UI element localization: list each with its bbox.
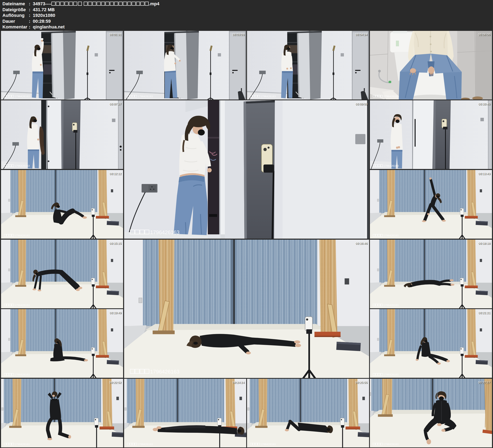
svg-text:1796426163: 1796426163 [260,95,276,98]
svg-text:1796426163: 1796426163 [383,373,399,376]
svg-text:00:07:37: 00:07:37 [109,102,122,106]
svg-text:1796426163: 1796426163 [137,443,153,446]
svg-text:00:06:06: 00:06:06 [478,33,490,36]
svg-text:1796426163: 1796426163 [137,95,153,98]
svg-text:00:04:34: 00:04:34 [355,33,368,36]
svg-text:1796426163: 1796426163 [383,95,399,98]
svg-text:00:03:03: 00:03:03 [232,33,245,36]
svg-text:00:21:21: 00:21:21 [478,311,490,314]
svg-text:1796426163: 1796426163 [14,164,30,167]
svg-text:00:19:49: 00:19:49 [109,311,122,314]
svg-text:1796426163: 1796426163 [150,369,179,375]
svg-text:00:01:31: 00:01:31 [109,33,122,36]
svg-text:1796426163: 1796426163 [14,95,30,98]
svg-text:1796426163: 1796426163 [383,164,399,167]
svg-text:00:13:43: 00:13:43 [478,172,490,175]
svg-text:00:18:18: 00:18:18 [478,241,490,245]
svg-text:1796426163: 1796426163 [383,234,399,237]
svg-text:1796426163: 1796426163 [150,229,179,235]
svg-text:00:12:12: 00:12:12 [109,172,122,175]
svg-text:1796426163: 1796426163 [14,304,30,307]
svg-text:00:27:27: 00:27:27 [478,381,490,384]
svg-text:1796426163: 1796426163 [383,443,399,446]
svg-text:1796426163: 1796426163 [260,443,276,446]
svg-text:00:25:55: 00:25:55 [355,381,368,384]
svg-text:00:22:52: 00:22:52 [109,381,122,384]
svg-text:1796426163: 1796426163 [14,373,30,376]
svg-text:00:09:09: 00:09:09 [355,102,368,106]
svg-text:00:16:46: 00:16:46 [355,241,368,245]
svg-text:00:15:15: 00:15:15 [109,241,122,245]
svg-text:1796426163: 1796426163 [14,443,30,446]
svg-text:1796426163: 1796426163 [14,234,30,237]
svg-text:1796426163: 1796426163 [383,304,399,307]
svg-text:00:10:40: 00:10:40 [478,102,490,106]
svg-text:00:24:24: 00:24:24 [232,381,245,384]
